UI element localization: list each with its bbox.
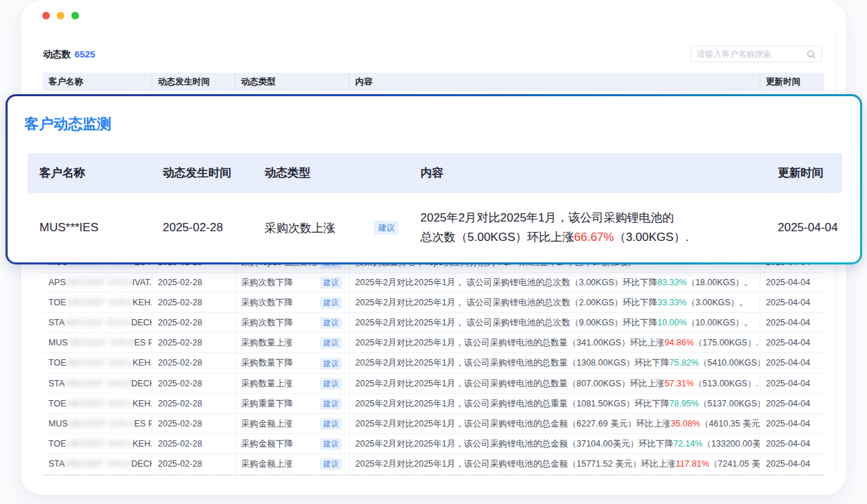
search-icon[interactable] xyxy=(807,50,816,59)
trend-percent: 10.00% xyxy=(657,318,686,327)
update-date: 2025-04-04 xyxy=(760,313,824,333)
overlay-title: 客户动态监测 xyxy=(24,114,111,134)
table-row[interactable]: TOEABCDEF GHIJKLKEH... 2025-02-28 采购重量下降… xyxy=(43,394,824,414)
privacy-blur: ABCDEF GHIJKL xyxy=(66,353,132,373)
overlay-content: 2025年2月对比2025年1月，该公司采购锂电池的 总次数（5.00KGS）环… xyxy=(409,208,766,247)
type-label: 采购重量下降 xyxy=(241,394,293,414)
zoom-window-icon[interactable] xyxy=(71,12,79,19)
overlay-col-update-time: 更新时间 xyxy=(766,165,842,181)
content-cell: 2025年2月对比2025年1月，该公司采购锂电池的总数量（1308.00KGS… xyxy=(350,353,760,373)
update-date: 2025-04-04 xyxy=(760,454,824,474)
privacy-blur: ABCDEF GHIJKL xyxy=(66,273,132,293)
update-date: 2025-04-04 xyxy=(760,394,824,414)
customer-name-link[interactable]: STAABCDEF GHIJKLDECK... xyxy=(43,313,152,333)
update-date: 2025-04-04 xyxy=(760,293,824,313)
close-window-icon[interactable] xyxy=(42,12,50,19)
table-row[interactable]: STAABCDEF GHIJKLDECK... 2025-02-28 采购金额上… xyxy=(43,454,824,474)
type-label: 采购金额上涨 xyxy=(241,454,293,474)
trend-percent: 57.31% xyxy=(665,379,694,388)
window-controls xyxy=(42,12,79,19)
customer-name-link[interactable]: TOEABCDEF GHIJKLKEH... xyxy=(43,434,152,454)
customer-name-link[interactable]: TOEABCDEF GHIJKLKEH... xyxy=(43,293,152,313)
suggestion-badge: 建议 xyxy=(320,458,342,470)
trend-percent: 117.81% xyxy=(676,459,709,469)
col-header-occur-time: 动态发生时间 xyxy=(152,73,235,91)
suggestion-badge: 建议 xyxy=(320,358,342,370)
trend-percent: 94.86% xyxy=(665,338,694,348)
dynamics-count-label: 动态数 xyxy=(43,49,71,60)
privacy-blur: ABCDEF GHIJKL xyxy=(64,374,131,394)
suggestion-badge: 建议 xyxy=(320,398,342,410)
col-header-update-time: 更新时间 xyxy=(760,73,824,91)
overlay-col-type: 动态类型 xyxy=(253,165,409,181)
privacy-blur: ABCDEF GHIJKL xyxy=(68,333,134,353)
table-row[interactable]: MUSABCDEF GHIJKLES P... 2025-02-28 采购金额上… xyxy=(43,414,824,434)
dynamics-count-value: 6525 xyxy=(75,49,96,60)
table-row[interactable]: MUSABCDEF GHIJKLES P... 2025-02-28 采购数量上… xyxy=(43,333,824,353)
type-label: 采购数量下降 xyxy=(241,353,293,373)
table-row[interactable]: STAABCDEF GHIJKLDECK... 2025-02-28 采购数量上… xyxy=(43,374,824,394)
overlay-card-body: 客户动态监测 客户名称 动态发生时间 动态类型 内容 更新时间 MUS***IE… xyxy=(8,96,860,262)
overlay-data-row[interactable]: MUS***IES 2025-02-28 采购次数上涨 建议 2025年2月对比… xyxy=(28,193,842,262)
overlay-trend-percent: 66.67% xyxy=(574,231,614,244)
customer-name-link[interactable]: TOEABCDEF GHIJKLKEH... xyxy=(43,394,152,414)
type-label: 采购次数下降 xyxy=(241,313,293,333)
type-cell: 采购重量下降 建议 xyxy=(235,394,350,414)
type-cell: 采购数量上涨 建议 xyxy=(235,333,350,353)
trend-percent: 75.82% xyxy=(670,358,699,368)
suggestion-badge: 建议 xyxy=(374,221,399,235)
type-label: 采购次数下降 xyxy=(241,273,293,293)
suggestion-badge: 建议 xyxy=(320,337,342,349)
privacy-blur: ABCDEF GHIJKL xyxy=(68,414,134,434)
customer-name-link[interactable]: MUSABCDEF GHIJKLES P... xyxy=(43,333,152,353)
privacy-blur: ABCDEF GHIJKL xyxy=(66,394,132,414)
customer-name-link[interactable]: STAABCDEF GHIJKLDECK... xyxy=(43,374,152,394)
customer-name-link[interactable]: APSABCDEF GHIJKLIVAT... xyxy=(43,273,152,293)
col-header-customer: 客户名称 xyxy=(43,73,152,91)
table-row[interactable]: STAABCDEF GHIJKLDECK... 2025-02-28 采购次数下… xyxy=(43,313,824,333)
occur-date: 2025-02-28 xyxy=(152,374,235,394)
table-row[interactable]: TOEABCDEF GHIJKLKEH... 2025-02-28 采购次数下降… xyxy=(43,293,824,313)
type-cell: 采购次数下降 建议 xyxy=(235,273,350,293)
update-date: 2025-04-04 xyxy=(760,414,824,434)
trend-percent: 35.08% xyxy=(671,419,700,429)
type-cell: 采购数量上涨 建议 xyxy=(235,374,350,394)
dynamics-count: 动态数6525 xyxy=(43,48,96,61)
overlay-content-line2-post: （3.00KGS）. xyxy=(614,231,689,244)
minimize-window-icon[interactable] xyxy=(57,12,64,19)
update-date: 2025-04-04 xyxy=(760,273,824,293)
suggestion-badge: 建议 xyxy=(320,317,342,329)
table-row[interactable]: APSABCDEF GHIJKLIVAT... 2025-02-28 采购次数下… xyxy=(43,273,824,293)
update-date: 2025-04-04 xyxy=(760,353,824,373)
table-row[interactable]: TOEABCDEF GHIJKLKEH... 2025-02-28 采购金额下降… xyxy=(43,434,824,454)
content-cell: 2025年2月对比2025年1月， 该公司采购锂电池的总次数（9.00KGS）环… xyxy=(350,313,760,333)
overlay-header-row: 客户名称 动态发生时间 动态类型 内容 更新时间 xyxy=(28,153,842,193)
customer-name-link[interactable]: TOEABCDEF GHIJKLKEH... xyxy=(43,353,152,373)
occur-date: 2025-02-28 xyxy=(152,414,235,434)
overlay-type-cell: 采购次数上涨 建议 xyxy=(253,220,409,236)
customer-name-link[interactable]: STAABCDEF GHIJKLDECK... xyxy=(43,454,152,474)
occur-date: 2025-02-28 xyxy=(152,434,235,454)
overlay-col-occur-time: 动态发生时间 xyxy=(151,165,253,181)
privacy-blur: ABCDEF GHIJKL xyxy=(64,313,131,333)
type-cell: 采购金额下降 建议 xyxy=(235,434,350,454)
content-cell: 2025年2月对比2025年1月， 该公司采购锂电池的总次数（2.00KGS）环… xyxy=(350,293,760,313)
table-bottom-divider xyxy=(43,475,824,476)
suggestion-badge: 建议 xyxy=(320,418,342,430)
content-cell: 2025年2月对比2025年1月，该公司采购锂电池的总重量（1081.50KGS… xyxy=(350,394,760,414)
customer-name-link[interactable]: MUSABCDEF GHIJKLES P... xyxy=(43,414,152,434)
search-input[interactable] xyxy=(697,49,807,59)
overlay-content-line1: 2025年2月对比2025年1月，该公司采购锂电池的 xyxy=(420,211,674,224)
privacy-blur: ABCDEF GHIJKL xyxy=(64,454,131,474)
col-header-content: 内容 xyxy=(350,73,760,91)
type-cell: 采购金额上涨 建议 xyxy=(235,414,350,434)
type-cell: 采购次数下降 建议 xyxy=(235,313,350,333)
overlay-content-line2-pre: 总次数（5.00KGS）环比上涨 xyxy=(420,231,574,244)
occur-date: 2025-02-28 xyxy=(152,273,235,293)
overlay-update-date: 2025-04-04 xyxy=(766,221,842,235)
occur-date: 2025-02-28 xyxy=(152,394,235,414)
suggestion-badge: 建议 xyxy=(320,378,342,390)
occur-date: 2025-02-28 xyxy=(152,313,235,333)
occur-date: 2025-02-28 xyxy=(152,293,235,313)
table-row[interactable]: TOEABCDEF GHIJKLKEH... 2025-02-28 采购数量下降… xyxy=(43,353,824,373)
